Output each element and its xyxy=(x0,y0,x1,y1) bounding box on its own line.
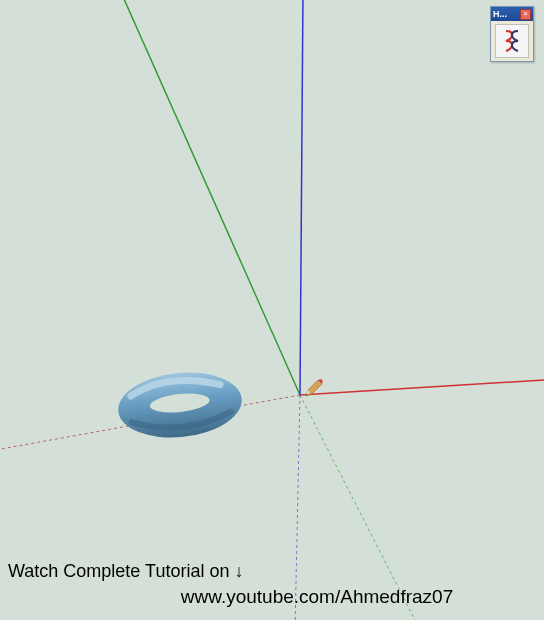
close-icon[interactable]: × xyxy=(520,9,531,20)
scene-svg xyxy=(0,0,544,620)
torus-object[interactable] xyxy=(115,367,245,444)
helix-tool-button[interactable] xyxy=(495,24,529,58)
toolbar-titlebar[interactable]: H... × xyxy=(491,7,533,21)
toolbar-title: H... xyxy=(493,9,507,19)
caption-line-1: Watch Complete Tutorial on ↓ xyxy=(8,561,536,582)
toolbar-body xyxy=(491,21,533,61)
axis-z-positive xyxy=(300,0,303,395)
axis-x-positive xyxy=(300,380,544,395)
3d-viewport[interactable]: H... × Watch Complete Tutorial on ↓ www.… xyxy=(0,0,544,620)
floating-toolbar[interactable]: H... × xyxy=(490,6,534,62)
axis-y-positive xyxy=(120,0,300,395)
caption-line-2: www.youtube.com/Ahmedfraz07 xyxy=(8,586,536,608)
caption-overlay: Watch Complete Tutorial on ↓ www.youtube… xyxy=(8,561,536,608)
